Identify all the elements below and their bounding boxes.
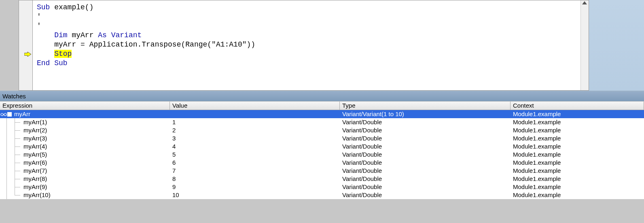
watch-expression: myArr(1) — [0, 118, 170, 126]
watch-expression: myArr(3) — [0, 134, 170, 142]
watch-row[interactable]: myArr(4)4Variant/DoubleModule1.example — [0, 142, 644, 151]
watches-body: myArrVariant/Variant(1 to 10)Module1.exa… — [0, 110, 644, 199]
watch-expression: myArr(7) — [0, 167, 170, 175]
right-margin — [589, 0, 644, 91]
tree-connector-icon — [0, 167, 23, 175]
code-line[interactable]: Dim myArr As Variant — [37, 31, 580, 40]
tree-connector-icon — [0, 159, 23, 167]
tree-connector-icon — [0, 191, 23, 199]
code-line[interactable]: ' — [37, 21, 580, 31]
watch-context: Module1.example — [511, 134, 644, 142]
watch-type: Variant/Double — [340, 183, 511, 191]
scroll-up-icon[interactable] — [582, 1, 587, 4]
watch-type: Variant/Double — [340, 142, 511, 151]
code-area[interactable]: Sub example()'' Dim myArr As Variant myA… — [33, 0, 580, 90]
watches-title: Watches — [0, 91, 644, 101]
column-header-type[interactable]: Type — [340, 102, 511, 110]
svg-point-0 — [1, 113, 3, 116]
watch-value: 9 — [170, 183, 340, 191]
column-header-value[interactable]: Value — [170, 102, 340, 110]
watch-row[interactable]: myArr(7)7Variant/DoubleModule1.example — [0, 167, 644, 175]
watch-context: Module1.example — [511, 167, 644, 175]
tree-connector-icon — [0, 183, 23, 191]
watch-expression: myArr(5) — [0, 151, 170, 159]
watch-type: Variant/Double — [340, 126, 511, 134]
column-header-expression[interactable]: Expression — [0, 102, 170, 110]
watch-value: 5 — [170, 151, 340, 159]
code-line[interactable]: End Sub — [37, 59, 580, 68]
watch-glasses-icon — [0, 112, 7, 117]
tree-connector-icon — [0, 134, 23, 142]
watch-context: Module1.example — [511, 110, 644, 118]
left-margin — [0, 0, 19, 91]
watch-type: Variant/Double — [340, 167, 511, 175]
code-gutter[interactable] — [19, 0, 33, 90]
watch-context: Module1.example — [511, 183, 644, 191]
tree-connector-icon — [0, 142, 23, 151]
code-line[interactable]: myArr = Application.Transpose(Range("A1:… — [37, 40, 580, 49]
watch-expression: myArr(6) — [0, 159, 170, 167]
watch-expression: myArr(10) — [0, 191, 170, 199]
watch-row[interactable]: myArr(6)6Variant/DoubleModule1.example — [0, 159, 644, 167]
watch-value — [170, 110, 340, 118]
watch-expression: myArr — [0, 110, 170, 118]
watch-context: Module1.example — [511, 142, 644, 151]
tree-connector-icon — [0, 175, 23, 183]
watch-expression: myArr(2) — [0, 126, 170, 134]
watch-value: 3 — [170, 134, 340, 142]
watch-row[interactable]: myArr(3)3Variant/DoubleModule1.example — [0, 134, 644, 142]
watch-type: Variant/Double — [340, 134, 511, 142]
watches-pane: Watches Expression Value Type Context my… — [0, 91, 644, 199]
watch-row[interactable]: myArr(10)10Variant/DoubleModule1.example — [0, 191, 644, 199]
watch-context: Module1.example — [511, 159, 644, 167]
watch-value: 1 — [170, 118, 340, 126]
watch-type: Variant/Double — [340, 175, 511, 183]
watch-value: 4 — [170, 142, 340, 151]
watch-context: Module1.example — [511, 175, 644, 183]
watch-type: Variant/Double — [340, 118, 511, 126]
watch-context: Module1.example — [511, 191, 644, 199]
tree-connector-icon — [0, 126, 23, 134]
watch-context: Module1.example — [511, 151, 644, 159]
watch-value: 10 — [170, 191, 340, 199]
code-line[interactable]: Sub example() — [37, 3, 580, 12]
watch-row[interactable]: myArr(2)2Variant/DoubleModule1.example — [0, 126, 644, 134]
watches-header: Expression Value Type Context — [0, 101, 644, 110]
watch-context: Module1.example — [511, 118, 644, 126]
break-arrow-icon — [24, 52, 32, 57]
watch-expression: myArr(4) — [0, 142, 170, 151]
tree-connector-icon — [0, 151, 23, 159]
collapse-toggle-icon[interactable] — [7, 112, 12, 117]
vertical-scrollbar[interactable] — [580, 0, 589, 90]
watch-row[interactable]: myArr(5)5Variant/DoubleModule1.example — [0, 151, 644, 159]
watch-value: 2 — [170, 126, 340, 134]
watch-value: 6 — [170, 159, 340, 167]
watch-type: Variant/Double — [340, 191, 511, 199]
watch-row[interactable]: myArr(9)9Variant/DoubleModule1.example — [0, 183, 644, 191]
watch-row[interactable]: myArr(8)8Variant/DoubleModule1.example — [0, 175, 644, 183]
code-line[interactable]: Stop — [37, 49, 580, 59]
watch-value: 7 — [170, 167, 340, 175]
tree-connector-icon — [0, 118, 23, 126]
code-line[interactable]: ' — [37, 12, 580, 21]
watch-expression: myArr(9) — [0, 183, 170, 191]
column-header-context[interactable]: Context — [511, 102, 644, 110]
watch-row-root[interactable]: myArrVariant/Variant(1 to 10)Module1.exa… — [0, 110, 644, 118]
watch-value: 8 — [170, 175, 340, 183]
watch-expression: myArr(8) — [0, 175, 170, 183]
watch-row[interactable]: myArr(1)1Variant/DoubleModule1.example — [0, 118, 644, 126]
watch-type: Variant/Double — [340, 151, 511, 159]
watch-type: Variant/Double — [340, 159, 511, 167]
watch-context: Module1.example — [511, 126, 644, 134]
code-editor[interactable]: Sub example()'' Dim myArr As Variant myA… — [19, 0, 589, 91]
svg-point-1 — [4, 113, 6, 116]
watch-type: Variant/Variant(1 to 10) — [340, 110, 511, 118]
